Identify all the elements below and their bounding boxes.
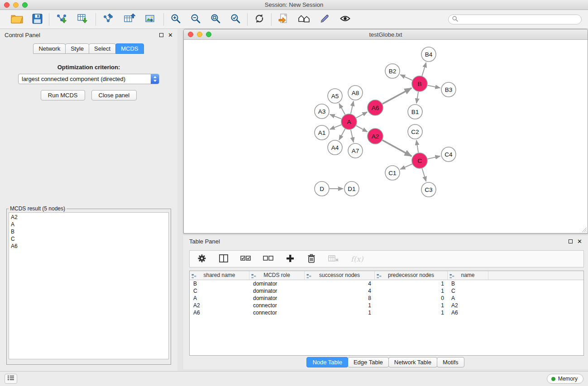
graph-edge-A-A6[interactable] [356,112,367,118]
table-row[interactable]: A6connector11A6 [190,309,583,316]
graph-edge-A-A5[interactable] [339,104,345,114]
show-task-history-button[interactable] [5,374,17,384]
mcds-result-item[interactable]: A [11,221,168,228]
network-window-title-bar[interactable]: testGlobe.txt [184,29,588,40]
deselect-all-button[interactable] [262,253,275,265]
mcds-result-item[interactable]: B [11,228,168,235]
graph-node-A2[interactable]: A2 [368,129,383,144]
resize-grip-icon[interactable] [582,227,587,233]
graph-edge-A-A8[interactable] [351,101,354,114]
search-input[interactable] [460,16,578,23]
graph-node-B4[interactable]: B4 [421,47,436,62]
network-home-button[interactable] [297,13,311,26]
graph-node-B3[interactable]: B3 [441,82,456,97]
graph-node-C2[interactable]: C2 [408,124,422,139]
close-panel-icon[interactable]: ✕ [168,32,173,38]
graph-edge-C-C4[interactable] [428,156,440,159]
graph-node-C[interactable]: C [412,153,427,168]
graph-edge-A-A4[interactable] [339,129,345,140]
table-row[interactable]: Bdominator41B [190,280,583,287]
tab-select[interactable]: Select [89,43,116,54]
mcds-result-list[interactable]: A2ABCA6 [9,212,169,359]
graph-edge-C-C1[interactable] [400,164,412,169]
open-file-button[interactable] [10,13,24,26]
graph-node-D1[interactable]: D1 [344,181,359,196]
export-network-button[interactable] [101,12,115,27]
function-builder-button[interactable]: f(x) [350,254,364,264]
select-all-button[interactable] [239,253,252,265]
graph-edge-A-A1[interactable] [330,125,342,129]
column-header-predecessor-nodes[interactable]: predecessor nodes [375,271,448,280]
table-settings-button[interactable] [196,253,208,266]
graph-edge-B-B2[interactable] [400,75,412,80]
toggle-columns-button[interactable] [218,253,229,266]
table-row[interactable]: Adominator80A [190,295,583,302]
add-column-button[interactable] [285,253,296,265]
tab-network-table[interactable]: Network Table [388,357,437,367]
tab-network[interactable]: Network [33,43,66,54]
graph-edge-A-A3[interactable] [330,114,341,119]
table-row[interactable]: Cdominator41C [190,287,583,295]
zoom-out-button[interactable] [189,12,202,26]
mcds-result-item[interactable]: C [11,235,168,243]
tab-edge-table[interactable]: Edge Table [348,357,389,367]
graph-edge-B-B4[interactable] [422,62,426,76]
graph-edge-A-A7[interactable] [351,130,354,143]
zoom-fit-button[interactable] [209,12,222,26]
tab-style[interactable]: Style [65,43,89,54]
import-network-button[interactable] [55,12,69,27]
graph-node-B[interactable]: B [412,76,427,91]
close-panel-button[interactable]: Close panel [91,90,137,100]
tab-mcds[interactable]: MCDS [115,43,143,54]
graph-node-B2[interactable]: B2 [385,64,400,78]
tab-motifs[interactable]: Motifs [437,357,464,367]
export-table-button[interactable] [123,12,137,27]
graph-node-A1[interactable]: A1 [315,125,329,140]
export-image-button[interactable] [144,12,158,27]
mcds-result-item[interactable]: A6 [11,243,168,250]
tab-node-table[interactable]: Node Table [306,357,348,367]
graph-node-A5[interactable]: A5 [328,89,342,103]
graph-node-A4[interactable]: A4 [328,140,342,155]
graph-node-D[interactable]: D [315,181,329,196]
column-header-name[interactable]: name [448,271,488,280]
float-table-panel-icon[interactable] [569,239,573,243]
show-hide-button[interactable] [339,13,352,26]
optimization-criterion-select[interactable]: largest connected component (directed) [18,74,159,84]
save-session-button[interactable] [31,13,43,26]
graph-edge-B-B3[interactable] [428,86,440,88]
close-table-panel-icon[interactable]: ✕ [577,238,582,244]
graph-node-C3[interactable]: C3 [421,182,436,197]
refresh-view-button[interactable] [253,12,266,26]
graph-node-C4[interactable]: C4 [441,147,456,162]
column-header-mcds-role[interactable]: MCDS role [249,271,305,280]
run-mcds-button[interactable]: Run MCDS [41,90,85,100]
delete-column-button[interactable] [306,253,317,266]
apply-style-button[interactable] [319,12,331,26]
import-table-button[interactable] [76,12,90,27]
graph-edge-A6-B[interactable] [382,88,412,104]
delete-table-button[interactable] [327,253,340,265]
graph-node-A8[interactable]: A8 [348,86,363,100]
graph-node-C1[interactable]: C1 [385,166,400,180]
graph-node-A3[interactable]: A3 [315,104,329,119]
table-row[interactable]: A2connector11A2 [190,302,583,309]
search-box[interactable] [448,14,582,24]
memory-button[interactable]: Memory [547,374,583,384]
graph-edge-A-A2[interactable] [356,126,368,132]
zoom-in-button[interactable] [169,12,182,26]
graph-edge-B-B1[interactable] [416,92,418,103]
graph-edge-C-C2[interactable] [416,140,418,152]
network-canvas[interactable]: B4B2BB3A8A5A6A3B1AA1C2A2A4A7C4CC1C3DD1 [184,40,588,233]
column-header-successor-nodes[interactable]: successor nodes [305,271,375,280]
graph-edge-A2-C[interactable] [382,140,412,157]
column-header-shared-name[interactable]: shared name [190,271,249,280]
graph-edge-C-C3[interactable] [422,168,426,181]
float-panel-icon[interactable] [159,33,163,37]
network-canvas-svg[interactable]: B4B2BB3A8A5A6A3B1AA1C2A2A4A7C4CC1C3DD1 [184,40,588,233]
graph-node-A7[interactable]: A7 [348,143,363,158]
graph-node-B1[interactable]: B1 [408,105,422,119]
zoom-selected-button[interactable] [229,12,242,26]
open-session-file-button[interactable] [277,12,290,26]
graph-node-A[interactable]: A [341,114,357,129]
